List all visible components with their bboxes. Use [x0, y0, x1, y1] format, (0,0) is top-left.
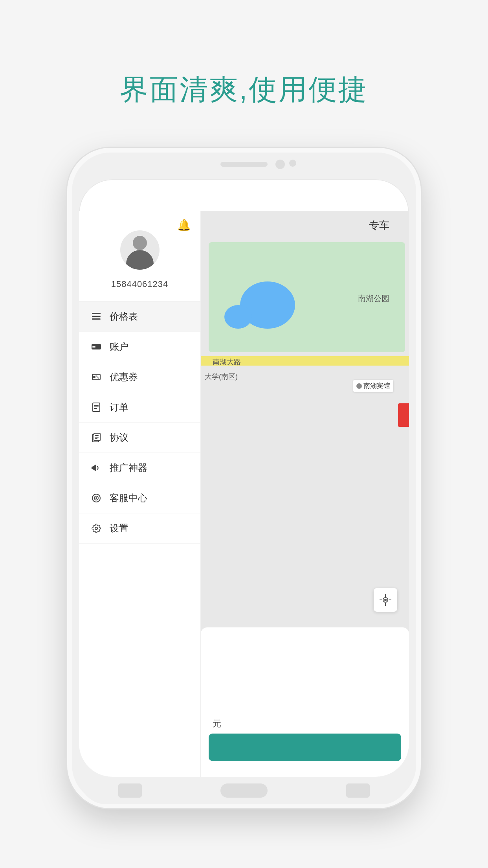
hotel-dot	[356, 383, 362, 389]
support-icon	[90, 493, 103, 503]
map-top-label: 专车	[369, 219, 389, 232]
menu-item-settings[interactable]: 设置	[79, 513, 200, 544]
map-lake-secondary	[224, 305, 252, 329]
menu-item-support-label: 客服中心	[110, 492, 147, 504]
svg-rect-18	[95, 438, 97, 439]
coupon-icon	[90, 373, 103, 381]
menu-item-orders[interactable]: 订单	[79, 392, 200, 423]
map-cta-button[interactable]	[209, 734, 401, 761]
menu-item-orders-label: 订单	[110, 401, 128, 414]
nav-recents-btn[interactable]	[346, 783, 370, 798]
page-title: 界面清爽,使用便捷	[120, 71, 368, 108]
svg-rect-5	[92, 318, 94, 320]
menu-item-account-label: 账户	[110, 340, 128, 353]
bottom-nav	[79, 777, 409, 804]
price-list-icon	[90, 313, 103, 320]
map-panel: 专车 南湖公园 南湖大路 大学(南区) 南湖宾馆	[201, 211, 409, 777]
map-red-banner	[398, 403, 409, 427]
settings-icon	[90, 524, 103, 533]
svg-rect-4	[92, 316, 94, 317]
map-road-label: 南湖大路	[213, 357, 241, 367]
phone-speaker	[220, 162, 268, 167]
svg-rect-16	[95, 435, 99, 436]
menu-item-agreement[interactable]: 协议	[79, 423, 200, 453]
menu-item-account[interactable]: 账户	[79, 332, 200, 362]
svg-rect-3	[92, 313, 94, 314]
avatar	[120, 230, 160, 270]
svg-point-22	[95, 497, 97, 499]
phone-frame: 🔔 15844061234	[67, 148, 421, 808]
menu-item-agreement-label: 协议	[110, 431, 128, 444]
drawer-menu: 价格表 账户	[79, 302, 200, 777]
svg-point-8	[93, 376, 95, 378]
notification-bell-icon[interactable]: 🔔	[177, 219, 191, 232]
svg-rect-13	[94, 408, 97, 409]
phone-screen: 🔔 15844061234	[79, 179, 409, 777]
svg-rect-12	[94, 406, 99, 407]
menu-item-price-list-label: 价格表	[110, 310, 138, 323]
app-screen: 🔔 15844061234	[79, 211, 409, 777]
map-hotel-label: 南湖宾馆	[363, 381, 390, 390]
drawer-panel: 🔔 15844061234	[79, 211, 201, 777]
phone-outer-frame: 🔔 15844061234	[67, 148, 421, 808]
map-park-area: 南湖公园	[209, 242, 405, 352]
svg-rect-7	[92, 346, 95, 348]
map-uni-label: 大学(南区)	[205, 372, 238, 381]
nav-back-btn[interactable]	[118, 783, 142, 798]
phone-camera2	[289, 160, 296, 167]
svg-rect-11	[94, 405, 99, 406]
nav-home-btn[interactable]	[220, 783, 268, 798]
menu-item-support[interactable]: 客服中心	[79, 483, 200, 513]
map-hotel-badge: 南湖宾馆	[353, 380, 393, 392]
menu-item-settings-label: 设置	[110, 522, 128, 535]
user-phone-number: 15844061234	[111, 279, 169, 289]
map-park-label: 南湖公园	[358, 293, 389, 304]
svg-rect-17	[95, 437, 99, 438]
map-price-text: 元	[213, 718, 221, 730]
account-icon	[90, 343, 103, 350]
menu-item-coupon-label: 优惠券	[110, 371, 138, 383]
svg-point-29	[384, 599, 387, 601]
menu-item-promote[interactable]: 推广神器	[79, 453, 200, 483]
map-bottom-panel: 元	[201, 627, 409, 777]
avatar-body	[126, 250, 154, 270]
promote-icon	[90, 463, 103, 472]
menu-item-promote-label: 推广神器	[110, 462, 147, 474]
orders-icon	[90, 403, 103, 412]
avatar-head	[133, 236, 147, 250]
phone-camera	[275, 160, 285, 169]
svg-line-9	[96, 375, 99, 379]
agreement-icon	[90, 433, 103, 442]
svg-point-23	[95, 527, 97, 530]
menu-item-coupon[interactable]: 优惠券	[79, 362, 200, 392]
svg-rect-19	[92, 467, 93, 469]
avatar-graphic	[120, 230, 160, 270]
location-button[interactable]	[374, 588, 397, 612]
menu-item-price-list[interactable]: 价格表	[79, 302, 200, 332]
